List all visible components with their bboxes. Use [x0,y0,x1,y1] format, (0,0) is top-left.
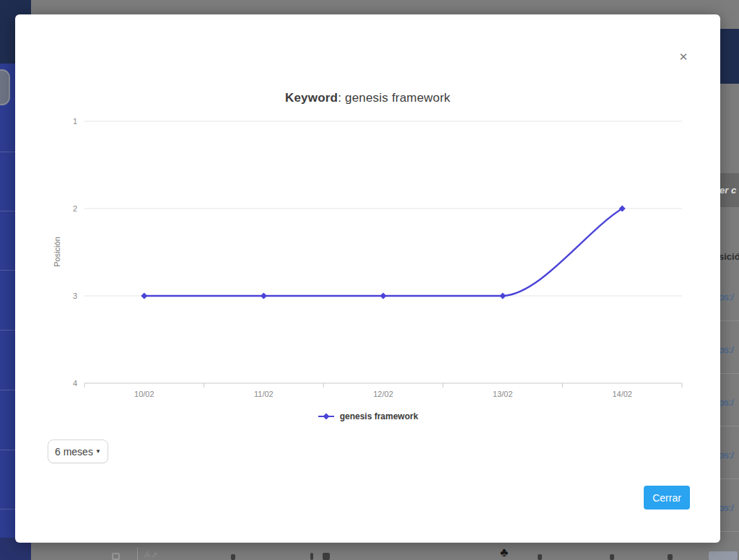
svg-text:14/02: 14/02 [612,390,632,398]
table-row-separator [720,531,739,532]
svg-text:4: 4 [73,379,77,388]
row-divider [137,547,138,560]
chart-legend: genesis framework [15,411,720,421]
legend-series-label: genesis framework [340,411,419,421]
period-select-value: 6 meses [55,446,95,458]
sidebar-active-item-pill [0,69,10,105]
table-link-fragment: ps:/ [719,450,734,460]
svg-text:13/02: 13/02 [493,390,513,398]
page-hero-band-fragment [720,29,739,84]
keyword-chart-modal: ✕ Keyword: genesis framework 123410/0211… [15,14,720,543]
table-header-fragment: sició [719,251,739,262]
table-row-separator [720,373,739,374]
row-dark-icon: ♣ [500,546,508,560]
period-select[interactable]: 6 meses ▼ [48,439,108,463]
svg-text:12/02: 12/02 [373,390,393,398]
table-link-fragment: ps:/ [719,502,734,513]
text-fragment [668,554,673,560]
text-fragment [231,554,235,560]
svg-text:2: 2 [73,204,77,213]
position-line-chart: 123410/0211/0212/0213/0214/02Posición [15,14,720,543]
screen: er c sició ps:/ ps:/ ps:/ ps:/ ps:/ A↗ ♣… [0,0,739,560]
svg-text:11/02: 11/02 [254,390,274,398]
text-fragment [310,553,313,560]
svg-text:10/02: 10/02 [134,390,154,398]
chevron-down-icon: ▼ [95,448,101,455]
table-row-separator [720,426,739,426]
row-badge-fragment [709,551,738,560]
table-link-fragment: ps:/ [719,344,734,355]
page-button-fragment: er c [718,173,739,207]
table-row-separator [720,478,739,479]
svg-text:Posición: Posición [53,237,61,267]
dimmed-table-row: A↗ ♣ [31,543,739,560]
table-link-fragment: ps:/ [719,397,734,408]
text-fragment [610,554,614,560]
text-fragment [323,553,330,560]
row-checkbox-fragment [112,553,120,560]
cerrar-button[interactable]: Cerrar [644,486,690,509]
table-row-separator [720,320,739,321]
sort-icon: A↗ [144,550,159,560]
svg-text:3: 3 [73,292,77,300]
legend-marker-icon [318,412,335,421]
table-link-fragment: ps:/ [719,292,734,302]
svg-text:1: 1 [73,117,77,126]
text-fragment [538,554,542,560]
